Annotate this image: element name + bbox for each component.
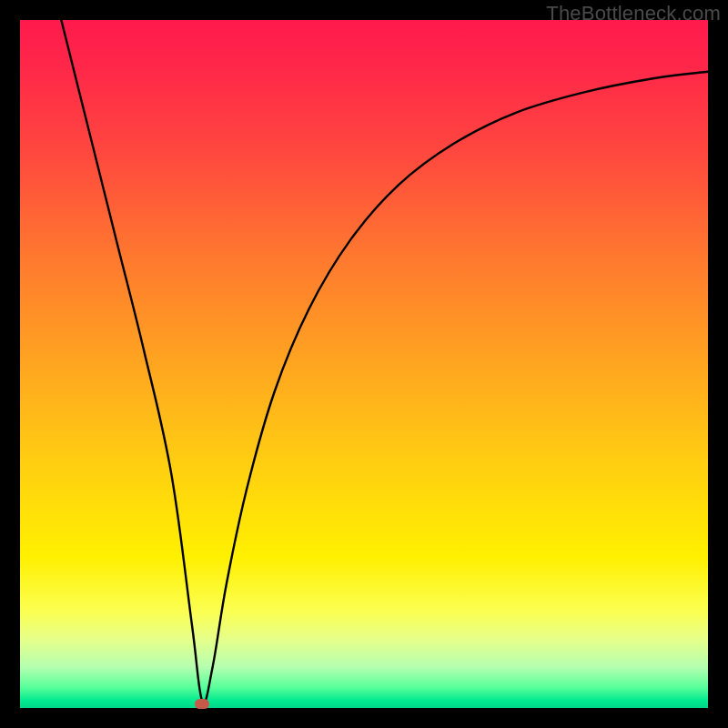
plot-area bbox=[20, 20, 708, 708]
bottleneck-curve bbox=[20, 20, 708, 708]
chart-frame: TheBottleneck.com bbox=[0, 0, 728, 728]
min-marker-icon bbox=[195, 699, 209, 709]
watermark-text: TheBottleneck.com bbox=[546, 2, 721, 25]
